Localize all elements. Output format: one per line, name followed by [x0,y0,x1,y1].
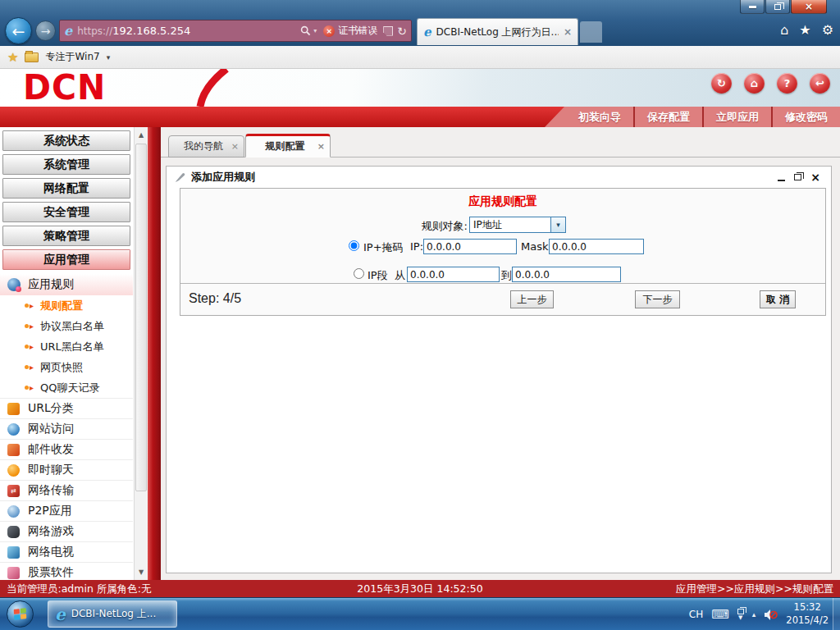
sidebar-item-network-transfer[interactable]: ⇄ 网络传输 [0,480,133,500]
restore-icon [774,4,781,10]
from-ip-input[interactable] [407,267,500,282]
cancel-button[interactable]: 取 消 [760,290,796,308]
to-ip-input[interactable] [512,267,621,282]
band-button-change-password[interactable]: 修改密码 [771,107,840,127]
sidebar-item-instant-chat[interactable]: 即时聊天 [0,459,133,480]
stock-software-icon [7,567,20,579]
sub-label: 网页快照 [40,360,83,375]
back-button[interactable]: ← [5,17,32,44]
sidebar-sub-url-blacklist[interactable]: ▸ URL黑白名单 [0,336,133,357]
dialog-close-icon[interactable]: × [810,171,820,183]
band-button-save-config[interactable]: 保存配置 [633,107,702,127]
sidebar-item-mail[interactable]: 邮件收发 [0,439,133,459]
home-icon[interactable]: ⌂ [780,22,788,38]
ip-mask-radio[interactable] [349,240,359,251]
ip-mask-option-label: IP+掩码 [363,240,404,255]
item-label: 网站访问 [28,422,74,436]
mask-input[interactable] [549,239,644,254]
certificate-error-indicator[interactable]: × 证书错误 [323,24,377,38]
sidebar-item-network-game[interactable]: 网络游戏 [0,521,133,541]
sidebar-item-network-tv[interactable]: 网络电视 [0,541,133,562]
tray-clock[interactable]: 15:32 2015/4/2 [786,601,829,627]
ip-range-radio[interactable] [354,268,364,279]
previous-step-button[interactable]: 上一步 [510,290,554,308]
wizard-footer: Step: 4/5 上一步 下一步 取 消 [180,283,825,315]
search-zone[interactable]: ▾ [300,25,317,36]
sidebar-item-url-category[interactable]: URL分类 [0,398,133,418]
sidebar-group-app-rules[interactable]: 应用规则 [0,274,133,295]
add-favorite-icon[interactable]: ★ [7,50,18,65]
band-button-apply-now[interactable]: 立即应用 [702,107,771,127]
window-minimize-button[interactable] [740,0,765,14]
browser-tab[interactable]: e DCBI-NetLog 上网行为日... × [417,18,578,45]
chevron-down-icon[interactable]: ▾ [107,53,111,62]
tab-close-icon[interactable]: × [228,141,244,152]
p2p-icon [7,505,20,518]
scroll-down-icon[interactable]: ▼ [135,568,148,576]
sidebar-item-stock-software[interactable]: 股票软件 [0,562,133,580]
screen: × ← → e https:// 192.168.5.254 ▾ × 证书错误 … [0,0,840,630]
dialog-restore-icon[interactable] [794,174,801,180]
sidebar-sub-qq-chat-log[interactable]: ▸ QQ聊天记录 [0,377,133,398]
sync-button[interactable]: ↻ [711,73,732,94]
close-icon: × [805,2,813,11]
rule-object-value: IP地址 [470,218,550,232]
window-close-button[interactable]: × [791,0,827,14]
sidebar-sub-webpage-snapshot[interactable]: ▸ 网页快照 [0,357,133,377]
tab-label: 我的导航 [169,139,228,153]
cert-error-label: 证书错误 [338,24,377,38]
sidebar-item-p2p[interactable]: P2P应用 [0,500,133,521]
arrow-bullet-icon: ▸ [25,302,34,310]
step-indicator: Step: 4/5 [189,291,241,306]
forward-button[interactable]: → [35,21,56,41]
scroll-up-icon[interactable]: ▲ [135,131,148,139]
sidebar-main-app-management[interactable]: 应用管理 [2,249,130,270]
sidebar-item-website-visit[interactable]: 网站访问 [0,418,133,439]
muted-speaker-icon[interactable] [764,609,778,621]
home-button[interactable]: ⌂ [744,73,765,94]
ip-input[interactable] [423,239,517,254]
tab-rule-config[interactable]: 规则配置 × [245,134,331,158]
breadcrumb: 应用管理>>应用规则>>规则配置 [676,582,833,596]
tab-close-icon[interactable]: × [314,141,330,152]
red-divider-strip [148,127,161,580]
tray-window-icon[interactable]: ▼ [737,609,744,621]
sidebar-main-network-config[interactable]: 网络配置 [2,178,130,199]
gear-icon[interactable]: ⚙ [822,22,833,38]
keyboard-icon[interactable]: ⌨ [711,607,729,622]
back-icon: ← [12,22,25,40]
show-hidden-icons-arrow[interactable]: ▴ [752,610,756,619]
compatibility-view-icon[interactable] [383,26,393,36]
sidebar-main-security-management[interactable]: 安全管理 [2,202,130,222]
sidebar-main-system-management[interactable]: 系统管理 [2,154,130,175]
taskbar-ie-button[interactable]: e DCBI-NetLog 上... [48,600,177,628]
ie-logo-icon: e [55,605,66,624]
favorites-folder-icon[interactable] [25,52,39,62]
sidebar-scrollbar[interactable]: ▲ ▼ [134,127,148,580]
help-button[interactable]: ? [777,73,797,94]
start-button[interactable] [7,600,34,628]
sidebar-sub-protocol-blacklist[interactable]: ▸ 协议黑白名单 [0,316,133,336]
band-button-init-wizard[interactable]: 初装向导 [566,107,633,127]
logout-button[interactable]: ↩ [810,73,830,94]
favorites-item-label[interactable]: 专注于Win7 [45,50,99,64]
rule-object-select[interactable]: IP地址 ▾ [469,217,566,233]
new-tab-button[interactable] [580,21,602,43]
sidebar-main-system-status[interactable]: 系统状态 [2,130,130,151]
scrollbar-thumb[interactable] [135,144,147,491]
window-restore-button[interactable] [765,0,790,14]
address-bar[interactable]: e https:// 192.168.5.254 ▾ × 证书错误 ↻ [59,20,412,42]
arrow-bullet-icon: ▸ [25,363,34,372]
show-desktop-button[interactable] [833,598,840,630]
chrome-action-icons: ⌂ ★ ⚙ [780,22,833,38]
input-language-indicator[interactable]: CH [689,609,703,620]
favorites-star-icon[interactable]: ★ [799,22,810,38]
sidebar-sub-rule-config[interactable]: ▸ 规则配置 [0,295,133,316]
tab-close-icon[interactable]: × [564,26,572,38]
tab-my-navigation[interactable]: 我的导航 × [168,135,244,158]
refresh-icon[interactable]: ↻ [397,25,407,38]
sidebar-main-policy-management[interactable]: 策略管理 [2,226,130,246]
dialog-minimize-icon[interactable] [778,174,785,181]
mask-label: Mask: [521,240,552,253]
next-step-button[interactable]: 下一步 [635,290,680,308]
